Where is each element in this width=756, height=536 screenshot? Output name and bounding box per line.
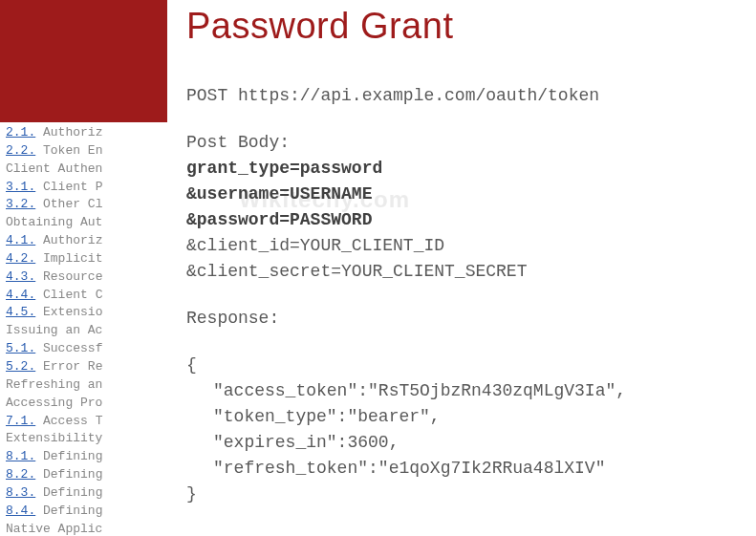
toc-line: 3.1. Client P: [6, 179, 167, 197]
toc-section-text: Refreshing an: [6, 377, 102, 392]
toc-section-text: Defining: [35, 504, 102, 518]
toc-section-link[interactable]: 5.1.: [6, 341, 35, 355]
toc-section-link[interactable]: 8.3.: [6, 485, 35, 500]
response-line: "access_token":"RsT5OjbzRn430zqMLgV3Ia",: [186, 378, 741, 404]
toc-section-link[interactable]: 5.2.: [6, 359, 35, 374]
toc-line: Issuing an Ac: [6, 322, 167, 340]
toc-line: Client Authen: [6, 161, 167, 179]
toc-section-text: Token En: [35, 143, 102, 158]
post-body-label: Post Body:: [186, 130, 741, 156]
response-line: "token_type":"bearer",: [186, 404, 741, 430]
post-body-line: &client_id=YOUR_CLIENT_ID: [186, 233, 741, 259]
sidebar: 2.1. Authoriz2.2. Token En Client Authen…: [0, 0, 167, 536]
post-body-line: grant_type=password: [186, 156, 741, 182]
toc-section-text: Client Authen: [6, 161, 102, 176]
toc-section-text: Resource: [35, 269, 102, 284]
toc-section-link[interactable]: 4.1.: [6, 233, 35, 247]
request-line: POST https://api.example.com/oauth/token: [186, 83, 741, 109]
table-of-contents: 2.1. Authoriz2.2. Token En Client Authen…: [0, 122, 167, 536]
toc-line: 8.2. Defining: [6, 466, 167, 484]
toc-section-link[interactable]: 4.3.: [6, 269, 35, 284]
toc-line: 4.3. Resource: [6, 268, 167, 287]
toc-section-text: Access T: [35, 414, 102, 428]
toc-section-text: Client C: [35, 288, 102, 302]
toc-line: 5.1. Successf: [6, 340, 167, 358]
toc-line: Extensibility: [6, 430, 167, 448]
toc-section-text: Issuing an Ac: [6, 323, 102, 337]
response-body: "access_token":"RsT5OjbzRn430zqMLgV3Ia",…: [186, 378, 741, 482]
toc-line: Refreshing an: [6, 376, 167, 395]
toc-line: 4.1. Authoriz: [6, 232, 167, 250]
response-line: "expires_in":3600,: [186, 430, 741, 456]
toc-section-text: Defining: [35, 467, 102, 482]
toc-section-link[interactable]: 8.2.: [6, 467, 35, 482]
toc-line: 5.2. Error Re: [6, 358, 167, 376]
main-content: Password Grant POST https://api.example.…: [186, 0, 741, 507]
toc-line: Native Applic: [6, 521, 167, 536]
toc-section-text: Error Re: [35, 359, 102, 374]
post-body: grant_type=password&username=USERNAME&pa…: [186, 156, 741, 285]
toc-line: 8.3. Defining: [6, 484, 167, 503]
toc-section-text: Obtaining Aut: [6, 215, 102, 229]
toc-section-link[interactable]: 7.1.: [6, 414, 35, 428]
toc-section-text: Implicit: [35, 251, 102, 266]
toc-line: Accessing Pro: [6, 395, 167, 413]
toc-section-link[interactable]: 8.1.: [6, 449, 35, 463]
toc-line: 3.2. Other Cl: [6, 196, 167, 214]
response-open-brace: {: [186, 353, 741, 378]
toc-section-link[interactable]: 3.2.: [6, 197, 35, 211]
toc-section-text: Defining: [35, 449, 102, 463]
response-label: Response:: [186, 306, 741, 332]
toc-line: Obtaining Aut: [6, 214, 167, 232]
toc-section-link[interactable]: 2.1.: [6, 125, 35, 139]
toc-section-text: Native Applic: [6, 522, 102, 536]
toc-line: 4.4. Client C: [6, 287, 167, 305]
toc-section-text: Other Cl: [35, 197, 102, 211]
toc-section-link[interactable]: 8.4.: [6, 504, 35, 518]
response-close-brace: }: [186, 482, 741, 507]
toc-section-text: Authoriz: [35, 125, 102, 139]
toc-line: 2.2. Token En: [6, 142, 167, 161]
post-body-line: &password=PASSWORD: [186, 207, 741, 233]
post-body-line: &username=USERNAME: [186, 182, 741, 207]
toc-line: 7.1. Access T: [6, 413, 167, 431]
toc-section-text: Authoriz: [35, 233, 102, 247]
toc-line: 8.1. Defining: [6, 448, 167, 466]
toc-line: 2.1. Authoriz: [6, 124, 167, 142]
toc-section-text: Accessing Pro: [6, 396, 102, 410]
toc-section-link[interactable]: 3.1.: [6, 180, 35, 194]
toc-section-text: Defining: [35, 485, 102, 500]
toc-line: 8.4. Defining: [6, 503, 167, 521]
post-body-line: &client_secret=YOUR_CLIENT_SECRET: [186, 259, 741, 285]
toc-section-link[interactable]: 4.2.: [6, 251, 35, 266]
toc-section-text: Extensibility: [6, 431, 102, 445]
toc-line: 4.2. Implicit: [6, 250, 167, 268]
sidebar-logo-block: [0, 0, 167, 122]
page-title: Password Grant: [186, 6, 741, 47]
code-block: POST https://api.example.com/oauth/token…: [186, 83, 741, 507]
toc-line: 4.5. Extensio: [6, 304, 167, 322]
toc-section-text: Extensio: [35, 305, 102, 319]
response-line: "refresh_token":"e1qoXg7Ik2RRua48lXIV": [186, 456, 741, 482]
toc-section-text: Successf: [35, 341, 102, 355]
toc-section-link[interactable]: 4.5.: [6, 305, 35, 319]
toc-section-link[interactable]: 4.4.: [6, 288, 35, 302]
toc-section-text: Client P: [35, 180, 102, 194]
toc-section-link[interactable]: 2.2.: [6, 143, 35, 158]
